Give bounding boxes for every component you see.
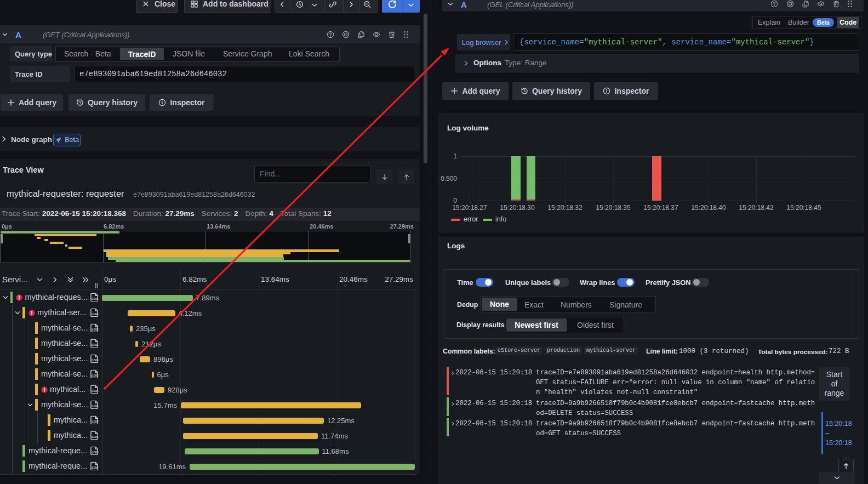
svg-text:LOG: LOG [92,404,99,408]
svg-text:LOG: LOG [92,450,99,454]
svg-text:LOG: LOG [92,419,99,423]
svg-text:LOG: LOG [92,343,99,346]
svg-text:LOG: LOG [92,389,99,392]
svg-text:LOG: LOG [92,297,99,300]
svg-text:LOG: LOG [92,358,99,362]
svg-text:LOG: LOG [92,435,99,439]
svg-text:LOG: LOG [92,327,99,331]
svg-text:LOG: LOG [92,312,99,316]
svg-text:LOG: LOG [92,373,99,377]
svg-text:LOG: LOG [92,465,99,469]
